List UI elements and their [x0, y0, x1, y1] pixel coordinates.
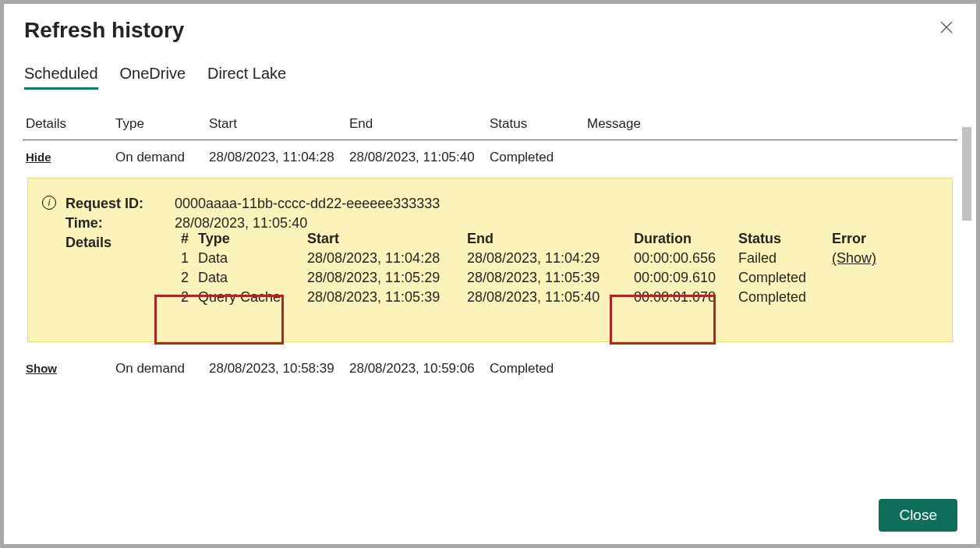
row-status: Completed [490, 361, 587, 377]
detail-cell: Query Cache [195, 288, 304, 307]
detail-cell: 28/08/2023, 11:05:40 [464, 288, 631, 307]
col-message: Message [587, 116, 954, 132]
dialog-title: Refresh history [24, 18, 184, 43]
detail-cell: Data [195, 249, 304, 268]
detail-cell: 00:00:09.610 [631, 268, 735, 288]
col-details: Details [26, 116, 115, 132]
refresh-history-dialog: Refresh history Scheduled OneDrive Direc… [4, 4, 976, 544]
col-type: Type [115, 116, 209, 132]
detail-panel: i Request ID: 0000aaaa-11bb-cccc-dd22-ee… [27, 178, 953, 342]
tab-bar: Scheduled OneDrive Direct Lake [4, 43, 976, 90]
detail-col-duration: Duration [631, 229, 735, 249]
detail-col-error: Error [829, 229, 891, 249]
row-type: On demand [115, 361, 209, 377]
detail-cell: 00:00:01.078 [631, 288, 735, 307]
close-button[interactable]: Close [879, 499, 957, 532]
time-label: Time: [65, 215, 175, 232]
request-id-value: 0000aaaa-11bb-cccc-dd22-eeeeee333333 [175, 196, 933, 212]
detail-cell: 28/08/2023, 11:05:39 [304, 288, 464, 307]
history-columns: Details Type Start End Status Message [23, 116, 957, 140]
tab-scheduled[interactable]: Scheduled [24, 65, 98, 90]
row-end: 28/08/2023, 11:05:40 [349, 150, 490, 165]
detail-cell [829, 288, 891, 307]
info-icon: i [42, 196, 56, 210]
row-type: On demand [115, 150, 209, 165]
col-status: Status [490, 116, 587, 132]
history-row: Hide On demand 28/08/2023, 11:04:28 28/0… [23, 140, 957, 168]
detail-table: # Type Start End Duration Status Error 1… [47, 229, 933, 307]
detail-col-status: Status [735, 229, 829, 249]
toggle-hide-link[interactable]: Hide [26, 149, 51, 164]
detail-col-num: # [178, 229, 195, 249]
scrollbar[interactable] [961, 90, 973, 488]
row-end: 28/08/2023, 10:59:06 [349, 361, 490, 377]
history-body: Details Type Start End Status Message Hi… [4, 90, 976, 488]
scrollbar-thumb[interactable] [962, 127, 971, 221]
detail-cell: 28/08/2023, 11:04:29 [464, 249, 631, 268]
detail-cell: 28/08/2023, 11:05:39 [464, 268, 631, 288]
row-start: 28/08/2023, 11:04:28 [209, 150, 349, 165]
close-icon[interactable] [937, 18, 956, 39]
row-status: Completed [490, 150, 587, 165]
detail-cell: Data [195, 268, 304, 288]
col-end: End [349, 116, 490, 132]
detail-col-start: Start [304, 229, 464, 249]
detail-cell: 28/08/2023, 11:05:29 [304, 268, 464, 288]
dialog-footer: Close [4, 488, 976, 544]
details-label: Details [65, 235, 175, 251]
tab-onedrive[interactable]: OneDrive [120, 65, 186, 90]
detail-cell: 00:00:00.656 [631, 249, 735, 268]
detail-cell: Completed [735, 268, 829, 288]
request-id-label: Request ID: [65, 196, 175, 212]
detail-cell: 28/08/2023, 11:04:28 [304, 249, 464, 268]
detail-cell: 2 [178, 268, 195, 288]
col-start: Start [209, 116, 349, 132]
error-show-link[interactable]: (Show) [832, 250, 876, 266]
detail-cell: Completed [735, 288, 829, 307]
detail-col-end: End [464, 229, 631, 249]
detail-col-type: Type [195, 229, 304, 249]
row-start: 28/08/2023, 10:58:39 [209, 361, 349, 377]
detail-cell [829, 268, 891, 288]
toggle-show-link[interactable]: Show [26, 360, 57, 375]
detail-cell: 2 [178, 288, 195, 307]
history-row: Show On demand 28/08/2023, 10:58:39 28/0… [23, 352, 957, 380]
tab-direct-lake[interactable]: Direct Lake [207, 65, 286, 90]
detail-cell: Failed [735, 249, 829, 268]
detail-cell: 1 [178, 249, 195, 268]
